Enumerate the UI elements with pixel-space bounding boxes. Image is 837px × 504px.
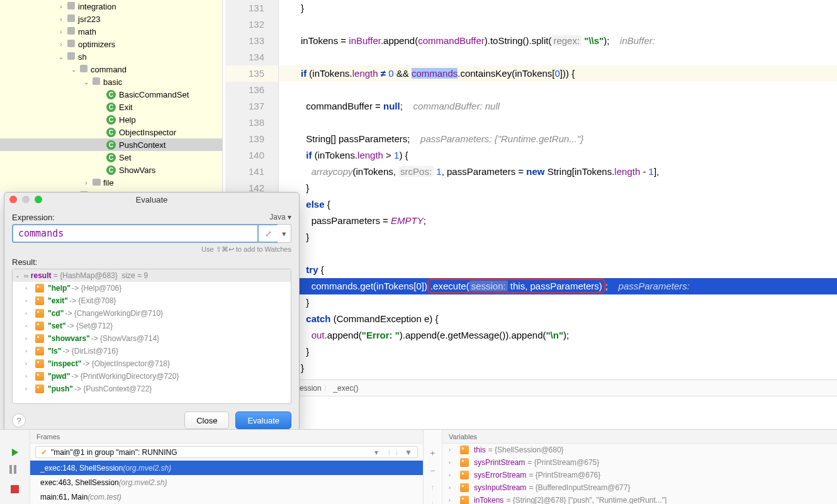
tree-item[interactable]: ›math (0, 25, 222, 38)
variable-row[interactable]: ›sysPrintStream = {PrintStream@675} (442, 456, 837, 469)
code-line[interactable]: passParameters = EMPTY; (279, 213, 837, 229)
code-line[interactable]: } (279, 294, 837, 311)
evaluate-dialog[interactable]: Evaluate Expression: Java ▾ ⤢ ▾ Use ⇧⌘↩ … (4, 192, 300, 434)
code-line[interactable]: } (279, 229, 837, 245)
variable-row[interactable]: ›sysErrorStream = {PrintStream@676} (442, 469, 837, 481)
stack-frame[interactable]: exec:463, ShellSession (org.mvel2.sh) (30, 475, 423, 490)
chevron-icon[interactable]: › (57, 28, 65, 35)
dialog-titlebar[interactable]: Evaluate (4, 193, 299, 206)
variable-row[interactable]: ›inTokens = {String[2]@678} ["push", "Ru… (442, 494, 837, 504)
code-editor[interactable]: 1311321331341351361371381391401411421431… (225, 0, 837, 378)
code-line[interactable]: String[] passParameters; passParameters:… (279, 131, 837, 147)
code-line[interactable] (279, 16, 837, 33)
resume-icon[interactable] (12, 449, 18, 456)
tree-item[interactable]: ›file (0, 176, 222, 189)
chevron-icon[interactable]: ⌄ (69, 66, 78, 73)
thread-label: "main"@1 in group "main": RUNNING (51, 448, 177, 457)
evaluate-button[interactable]: Evaluate (235, 412, 291, 429)
code-line[interactable]: commandBuffer = null; commandBuffer: nul… (279, 98, 837, 115)
tree-item[interactable]: ›jsr223 (0, 13, 222, 25)
tree-item[interactable]: CBasicCommandSet (0, 88, 222, 101)
tree-item[interactable]: CObjectInspector (0, 126, 222, 138)
debug-toolbar[interactable] (0, 430, 30, 504)
tree-label: ObjectInspector (118, 128, 176, 137)
tree-item[interactable]: CSet (0, 151, 222, 164)
breadcrumb[interactable]: Session 〉 _exec() (225, 379, 837, 396)
arrow-up-icon[interactable]: ↑ (387, 448, 391, 457)
stop-icon[interactable] (11, 485, 19, 493)
code-line[interactable] (279, 49, 837, 65)
arrow-down-icon[interactable]: ↓ (395, 448, 398, 457)
arrow-up-icon[interactable]: ↑ (430, 483, 435, 492)
chevron-icon[interactable]: › (57, 3, 65, 10)
remove-watch-icon[interactable]: － (429, 465, 437, 476)
project-tree[interactable]: ›integration›jsr223›math›optimizers⌄sh⌄c… (0, 0, 223, 192)
history-dropdown-icon[interactable]: ▾ (278, 224, 291, 243)
breadcrumb-item[interactable]: _exec() (333, 384, 358, 393)
stack-frame[interactable]: main:61, Main (com.test) (30, 490, 423, 504)
stack-frame[interactable]: _exec:148, ShellSession (org.mvel2.sh) (30, 461, 423, 475)
tree-item[interactable]: CShowVars (0, 164, 222, 176)
editor-code-area[interactable]: } inTokens = inBuffer.append(commandBuff… (279, 0, 837, 378)
result-root-row[interactable]: ⌄ ∞ result = {HashMap@683} size = 9 (13, 269, 291, 282)
result-tree[interactable]: ⌄ ∞ result = {HashMap@683} size = 9 ›"he… (12, 269, 291, 404)
debug-panel[interactable]: Frames ✔ "main"@1 in group "main": RUNNI… (0, 429, 837, 504)
tree-item[interactable]: CExit (0, 101, 222, 113)
result-row[interactable]: ›"set" -> {Set@712} (13, 320, 291, 332)
code-line[interactable]: commands.get(inTokens[0]).execute(sessio… (279, 278, 837, 294)
code-line[interactable] (279, 245, 837, 262)
code-line[interactable] (279, 115, 837, 131)
chevron-icon[interactable]: › (82, 179, 91, 186)
close-button[interactable]: Close (184, 412, 229, 429)
code-line[interactable]: arraycopy(inTokens, srcPos: 1, passParam… (279, 164, 837, 180)
code-line[interactable]: if (inTokens.length > 1) { (279, 147, 837, 164)
tree-label: sh (77, 52, 87, 62)
filter-icon[interactable]: ▼ (405, 448, 412, 457)
result-row[interactable]: ›"inspect" -> {ObjectInspector@718} (13, 357, 291, 370)
variable-row[interactable]: ›this = {ShellSession@680} (442, 444, 837, 456)
tree-item[interactable]: CHelp (0, 113, 222, 126)
result-row[interactable]: ›"cd" -> {ChangeWorkingDir@710} (13, 307, 291, 320)
tree-item[interactable]: ⌄sh (0, 50, 222, 63)
code-line[interactable] (279, 82, 837, 98)
tree-item[interactable]: ›optimizers (0, 38, 222, 50)
language-dropdown[interactable]: Java ▾ (269, 213, 291, 222)
tree-item[interactable]: CPushContext (0, 138, 222, 151)
result-row[interactable]: ›"showvars" -> {ShowVars@714} (13, 332, 291, 345)
code-line[interactable]: inTokens = inBuffer.append(commandBuffer… (279, 33, 837, 49)
code-line[interactable]: } (279, 0, 837, 16)
result-row[interactable]: ›"help" -> {Help@706} (13, 282, 291, 294)
object-icon (35, 296, 44, 305)
arrow-down-icon[interactable]: ↓ (430, 498, 435, 504)
chevron-icon[interactable]: › (57, 16, 65, 23)
code-line[interactable]: else { (279, 196, 837, 213)
chevron-icon[interactable]: ⌄ (82, 79, 91, 86)
tree-item[interactable]: ›integration (0, 0, 222, 13)
result-row[interactable]: ›"ls" -> {DirList@716} (13, 345, 291, 357)
chevron-icon[interactable]: ⌄ (57, 53, 65, 60)
code-line[interactable]: } (279, 344, 837, 360)
close-window-icon[interactable] (9, 196, 17, 203)
pause-icon[interactable] (9, 465, 21, 476)
zoom-window-icon[interactable] (35, 196, 42, 203)
help-icon[interactable]: ? (12, 413, 26, 427)
tree-item[interactable]: ⌄basic (0, 76, 222, 88)
result-row[interactable]: ›"exit" -> {Exit@708} (13, 294, 291, 307)
result-row[interactable]: ›"push" -> {PushContext@722} (13, 383, 291, 395)
code-line[interactable]: catch (CommandException e) { (279, 311, 837, 327)
code-line[interactable]: out.append("Error: ").append(e.getMessag… (279, 327, 837, 344)
result-row[interactable]: ›"pwd" -> {PrintWorkingDirectory@720} (13, 370, 291, 383)
expression-input[interactable] (12, 224, 259, 243)
add-watch-icon[interactable]: ＋ (429, 447, 437, 459)
chevron-icon[interactable]: › (57, 41, 65, 48)
code-line[interactable]: } (279, 360, 837, 376)
tree-item[interactable]: ⌄command (0, 63, 222, 76)
expand-icon[interactable]: ⤢ (259, 224, 278, 243)
frames-panel[interactable]: Frames ✔ "main"@1 in group "main": RUNNI… (30, 430, 424, 504)
code-line[interactable]: } (279, 180, 837, 196)
variables-panel[interactable]: ＋ － ↑ ↓ ⧉ Variables ›this = {ShellSessio… (424, 430, 837, 504)
code-line[interactable]: try { (279, 262, 837, 278)
code-line[interactable]: if (inTokens.length ≠ 0 && commands.cont… (279, 65, 837, 82)
thread-selector[interactable]: ✔ "main"@1 in group "main": RUNNING ▾ ↑ … (35, 446, 418, 458)
variable-row[interactable]: ›sysInputStream = {BufferedInputStream@6… (442, 481, 837, 494)
